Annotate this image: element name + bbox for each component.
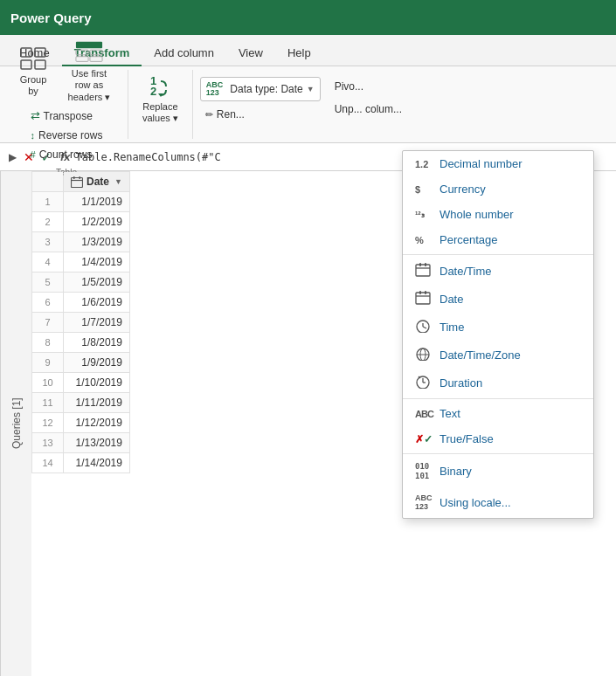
dropdown-locale[interactable]: ABC123 Using locale... [403,487,593,519]
table-row[interactable]: 1 1/1/2019 [32,192,130,212]
table-row[interactable]: 8 1/8/2019 [32,333,130,353]
tab-view[interactable]: View [226,41,275,66]
table-row[interactable]: 6 1/6/2019 [32,293,130,313]
date-cell: 1/6/2019 [64,293,130,313]
row-number: 2 [32,212,64,232]
row-number: 14 [32,453,64,473]
replace-values-button[interactable]: 1 2 Replacevalues ▾ [135,68,185,128]
table-row[interactable]: 9 1/9/2019 [32,353,130,373]
binary-icon: 010101 [415,462,440,481]
time-label: Time [440,321,464,334]
queries-panel-label: Queries [1] [10,398,23,450]
datetime-label: Date/Time [440,265,491,278]
dropdown-arrow-icon: ▼ [307,85,315,93]
replace-values-label: Replacevalues ▾ [142,101,178,124]
date-cell: 1/10/2019 [64,373,130,393]
svg-rect-15 [425,263,426,266]
svg-rect-6 [90,50,102,55]
decimal-label: Decimal number [440,157,523,170]
transpose-icon: ⇄ [31,109,40,122]
dropdown-time[interactable]: Time [403,313,593,341]
reverse-rows-button[interactable]: ↕ Reverse rows [25,126,108,145]
row-number: 13 [32,433,64,453]
table-row[interactable]: 2 1/2/2019 [32,212,130,232]
row-number: 9 [32,353,64,373]
rename-label: Ren... [217,108,245,121]
queries-panel[interactable]: Queries [1] [0,171,31,676]
truefalse-label: True/False [440,432,494,445]
group-by-button[interactable]: Groupby [12,41,54,100]
date-cell: 1/7/2019 [64,313,130,333]
binary-label: Binary [440,465,472,478]
dropdown-text[interactable]: ABC Text [403,401,593,426]
table-row[interactable]: 7 1/7/2019 [32,313,130,333]
tab-add-column[interactable]: Add column [142,41,226,66]
data-type-label: Data type: Date [230,83,302,95]
dropdown-duration[interactable]: Duration [403,369,593,397]
tab-help[interactable]: Help [275,41,323,66]
use-first-row-button[interactable]: Use first row asheaders ▾ [58,35,121,107]
dropdown-binary[interactable]: 010101 Binary [403,456,593,487]
table-row[interactable]: 13 1/13/2019 [32,433,130,453]
app-title: Power Query [10,10,92,25]
transpose-button[interactable]: ⇄ Transpose [25,107,108,126]
dropdown-truefalse[interactable]: ✗✓ True/False [403,426,593,452]
locale-label: Using locale... [440,496,511,509]
transpose-label: Transpose [44,110,93,122]
rename-button[interactable]: ✏ Ren... [200,105,321,124]
row-number: 4 [32,252,64,272]
dropdown-currency[interactable]: $ Currency [403,176,593,202]
svg-rect-18 [419,291,421,294]
table-row[interactable]: 10 1/10/2019 [32,373,130,393]
count-rows-button[interactable]: # Count rows [25,145,108,164]
count-rows-icon: # [31,149,36,160]
date-cell: 1/12/2019 [64,413,130,433]
date-cell: 1/9/2019 [64,353,130,373]
locale-icon: ABC123 [415,493,440,513]
filter-icon[interactable]: ▼ [114,177,122,186]
svg-rect-5 [76,50,88,55]
dropdown-datetime[interactable]: Date/Time [403,257,593,285]
divider-1 [403,254,593,255]
data-type-button[interactable]: ABC123 Data type: Date ▼ [200,77,321,101]
date-icon [415,291,440,307]
dropdown-decimal[interactable]: 1.2 Decimal number [403,151,593,176]
replace-values-icon: 1 2 [146,72,174,100]
grid-table: Date ▼ 1 1/1/2019 2 1/2/2019 3 1/3/2019 … [31,171,130,473]
dropdown-percentage[interactable]: % Percentage [403,227,593,252]
ribbon: Groupby Use first row asheaders ▾ ⇄ [0,66,616,143]
percentage-label: Percentage [440,233,498,246]
row-number: 5 [32,272,64,293]
date-column-header[interactable]: Date ▼ [64,172,130,192]
data-type-icon: ABC123 [206,81,224,97]
percentage-icon: % [415,235,440,245]
row-number: 3 [32,232,64,252]
table-row[interactable]: 12 1/12/2019 [32,413,130,433]
ribbon-group-replace: 1 2 Replacevalues ▾ . [128,70,193,139]
date-cell: 1/11/2019 [64,393,130,413]
dropdown-date[interactable]: Date [403,285,593,313]
count-rows-label: Count rows [39,148,93,161]
expand-formula-button[interactable]: ▶ [5,148,20,167]
row-number: 8 [32,333,64,353]
svg-rect-4 [76,42,102,49]
reverse-rows-icon: ↕ [31,130,36,141]
dropdown-datetimezone[interactable]: Date/Time/Zone [403,341,593,369]
time-icon [415,319,440,335]
svg-line-22 [423,327,426,328]
use-first-row-label: Use first row asheaders ▾ [65,68,114,103]
table-row[interactable]: 5 1/5/2019 [32,272,130,293]
table-row[interactable]: 3 1/3/2019 [32,232,130,252]
svg-rect-30 [72,177,83,187]
svg-rect-7 [76,57,88,62]
table-row[interactable]: 4 1/4/2019 [32,252,130,272]
table-row[interactable]: 14 1/14/2019 [32,453,130,473]
date-cell: 1/13/2019 [64,433,130,453]
currency-icon: $ [415,184,440,195]
pivot-button[interactable]: Pivo... [326,77,407,96]
table-row[interactable]: 11 1/11/2019 [32,393,130,413]
row-number: 10 [32,373,64,393]
unpivot-button[interactable]: Unp... colum... [326,100,407,119]
whole-number-icon: ¹²₃ [415,210,440,219]
dropdown-whole[interactable]: ¹²₃ Whole number [403,202,593,227]
